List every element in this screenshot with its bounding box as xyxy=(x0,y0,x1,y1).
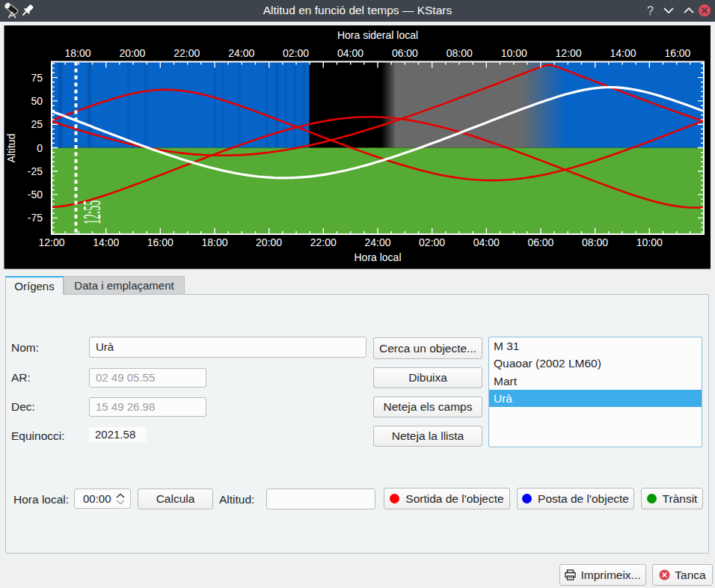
svg-text:20:00: 20:00 xyxy=(256,236,282,248)
svg-text:16:00: 16:00 xyxy=(147,236,174,248)
svg-text:24:00: 24:00 xyxy=(228,47,254,59)
svg-text:22:00: 22:00 xyxy=(174,47,200,59)
svg-text:-75: -75 xyxy=(28,212,43,224)
svg-text:06:00: 06:00 xyxy=(527,236,553,248)
svg-text:04:00: 04:00 xyxy=(337,47,363,59)
svg-text:08:00: 08:00 xyxy=(447,47,473,59)
svg-text:50: 50 xyxy=(31,95,43,107)
svg-text:22:00: 22:00 xyxy=(310,236,337,248)
svg-text:-25: -25 xyxy=(28,165,43,177)
svg-text:Hora local: Hora local xyxy=(354,251,401,263)
svg-text:10:00: 10:00 xyxy=(501,47,527,59)
svg-text:25: 25 xyxy=(31,118,43,130)
svg-text:12:55: 12:55 xyxy=(78,200,105,224)
svg-text:-50: -50 xyxy=(28,189,43,200)
svg-text:0: 0 xyxy=(37,142,43,154)
svg-text:18:00: 18:00 xyxy=(64,47,90,59)
svg-text:12:00: 12:00 xyxy=(38,236,64,248)
svg-text:Altitud: Altitud xyxy=(5,134,17,163)
svg-text:18:00: 18:00 xyxy=(201,236,227,248)
svg-text:16:00: 16:00 xyxy=(664,47,690,59)
svg-text:?: ? xyxy=(647,4,654,17)
svg-text:06:00: 06:00 xyxy=(392,47,418,59)
svg-text:24:00: 24:00 xyxy=(364,236,390,248)
svg-text:10:00: 10:00 xyxy=(636,236,663,248)
svg-text:02:00: 02:00 xyxy=(283,47,309,59)
svg-text:20:00: 20:00 xyxy=(119,47,145,59)
svg-text:04:00: 04:00 xyxy=(473,236,500,248)
svg-text:14:00: 14:00 xyxy=(610,47,636,59)
svg-text:14:00: 14:00 xyxy=(93,236,119,248)
svg-text:75: 75 xyxy=(31,72,43,84)
svg-text:02:00: 02:00 xyxy=(419,236,445,248)
svg-text:Hora sideral local: Hora sideral local xyxy=(337,29,418,41)
svg-text:08:00: 08:00 xyxy=(582,236,608,248)
svg-text:12:00: 12:00 xyxy=(556,47,582,59)
